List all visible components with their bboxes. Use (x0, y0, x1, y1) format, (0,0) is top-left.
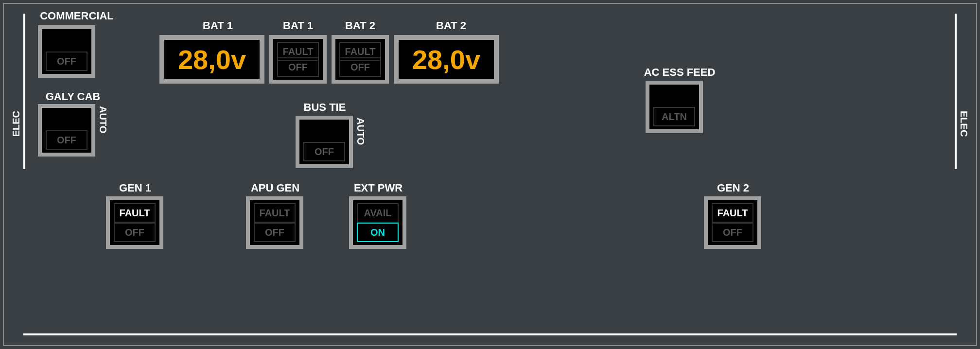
gen2-fault-annunciator: FAULT (712, 203, 753, 223)
bat2-button-label: BAT 2 (332, 19, 389, 32)
bat1-button[interactable]: FAULT OFF (269, 35, 327, 84)
bat2-button[interactable]: FAULT OFF (332, 35, 389, 84)
bustie-button[interactable]: OFF (296, 116, 353, 168)
panel-border-left (23, 14, 25, 169)
apugen-off-annunciator: OFF (254, 223, 296, 242)
gen1-off-annunciator: OFF (114, 223, 156, 242)
bat2-voltage-display: 28,0v (394, 35, 499, 84)
gen2-off-annunciator: OFF (712, 223, 753, 242)
galycab-button[interactable]: OFF (38, 104, 95, 157)
gen2-label: GEN 2 (699, 182, 767, 194)
extpwr-label: EXT PWR (339, 182, 417, 194)
galycab-label: GALY CAB (39, 90, 107, 103)
bat1-button-label: BAT 1 (269, 19, 327, 32)
bustie-auto-label: AUTO (355, 118, 366, 145)
extpwr-button[interactable]: AVAIL ON (349, 196, 406, 249)
gen1-fault-annunciator: FAULT (114, 203, 156, 223)
acessfeed-altn-annunciator: ALTN (653, 107, 695, 126)
gen1-button[interactable]: FAULT OFF (106, 196, 163, 249)
panel-border-bottom (23, 333, 957, 335)
elec-panel: ELEC ELEC COMMERCIAL OFF BAT 1 28,0v BAT… (3, 3, 977, 346)
gen1-label: GEN 1 (101, 182, 169, 194)
commercial-off-annunciator: OFF (46, 52, 88, 71)
extpwr-avail-annunciator: AVAIL (357, 203, 399, 223)
bat2-display-label: BAT 2 (402, 19, 500, 32)
elec-label-right: ELEC (958, 111, 969, 137)
panel-border-right (955, 14, 957, 169)
extpwr-on-annunciator: ON (357, 223, 399, 242)
galycab-auto-label: AUTO (97, 106, 108, 133)
apugen-fault-annunciator: FAULT (254, 203, 296, 223)
galycab-off-annunciator: OFF (46, 130, 88, 150)
bat1-voltage-display: 28,0v (159, 35, 264, 84)
bustie-label: BUS TIE (291, 101, 359, 114)
bat1-display-label: BAT 1 (169, 19, 266, 32)
acessfeed-button[interactable]: ALTN (646, 81, 703, 133)
acessfeed-label: AC ESS FEED (631, 66, 728, 79)
elec-label-left: ELEC (11, 111, 22, 137)
commercial-label: COMMERCIAL (33, 10, 121, 22)
bat1-off-annunciator: OFF (277, 57, 319, 77)
apugen-label: APU GEN (236, 182, 314, 194)
bustie-off-annunciator: OFF (303, 142, 345, 161)
gen2-button[interactable]: FAULT OFF (704, 196, 761, 249)
bat2-off-annunciator: OFF (339, 57, 381, 77)
apugen-button[interactable]: FAULT OFF (246, 196, 303, 249)
commercial-button[interactable]: OFF (38, 25, 95, 78)
